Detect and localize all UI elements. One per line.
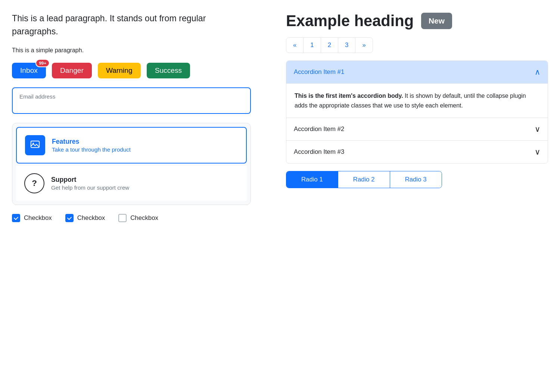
checkbox-item-2[interactable]: Checkbox bbox=[118, 214, 158, 222]
chevron-down-icon: ∨ bbox=[535, 147, 540, 156]
support-icon: ? bbox=[24, 173, 44, 193]
simple-paragraph: This is a simple paragraph. bbox=[12, 47, 274, 54]
left-column: This is a lead paragraph. It stands out … bbox=[12, 9, 274, 228]
right-column: Example heading New «123» Accordion Item… bbox=[286, 9, 548, 228]
list-item-features[interactable]: FeaturesTake a tour through the product bbox=[16, 127, 247, 164]
checkbox-item-1[interactable]: Checkbox bbox=[65, 214, 105, 222]
list-group-card: FeaturesTake a tour through the product?… bbox=[12, 123, 251, 205]
pagination-page-3[interactable]: 3 bbox=[338, 38, 355, 53]
accordion-item-1: Accordion Item #1∧This is the first item… bbox=[286, 61, 548, 118]
main-layout: This is a lead paragraph. It stands out … bbox=[12, 9, 548, 228]
list-item-title-support: Support bbox=[51, 176, 129, 184]
checkbox-label-1: Checkbox bbox=[77, 214, 105, 222]
checkbox-item-0[interactable]: Checkbox bbox=[12, 214, 52, 222]
chevron-up-icon: ∧ bbox=[535, 68, 540, 77]
accordion-label-3: Accordion Item #3 bbox=[294, 148, 344, 156]
radio-btn-1[interactable]: Radio 1 bbox=[286, 171, 338, 188]
pagination: «123» bbox=[286, 37, 373, 53]
new-badge: New bbox=[421, 13, 452, 29]
email-input[interactable] bbox=[19, 101, 243, 108]
radio-btn-3[interactable]: Radio 3 bbox=[390, 171, 442, 188]
accordion-header-2[interactable]: Accordion Item #2∨ bbox=[286, 118, 548, 140]
pagination-next[interactable]: » bbox=[355, 38, 372, 53]
list-item-title-features: Features bbox=[52, 138, 131, 146]
checkbox-label-0: Checkbox bbox=[24, 214, 52, 222]
lead-paragraph: This is a lead paragraph. It stands out … bbox=[12, 12, 221, 38]
page-title: Example heading bbox=[286, 12, 414, 30]
pagination-page-1[interactable]: 1 bbox=[304, 38, 321, 53]
checkbox-box-0 bbox=[12, 214, 20, 222]
accordion: Accordion Item #1∧This is the first item… bbox=[286, 60, 548, 164]
accordion-header-1[interactable]: Accordion Item #1∧ bbox=[286, 61, 548, 83]
list-item-text-support: SupportGet help from our support crew bbox=[51, 176, 129, 191]
chevron-down-icon: ∨ bbox=[535, 125, 540, 134]
accordion-body-1: This is the first item's accordion body.… bbox=[286, 83, 548, 118]
email-label: Email address bbox=[19, 93, 243, 100]
radio-group: Radio 1Radio 2Radio 3 bbox=[286, 171, 442, 188]
accordion-header-3[interactable]: Accordion Item #3∨ bbox=[286, 141, 548, 163]
features-icon bbox=[25, 135, 45, 155]
checkboxes-row: Checkbox CheckboxCheckbox bbox=[12, 214, 274, 228]
list-item-support[interactable]: ?SupportGet help from our support crew bbox=[16, 166, 247, 201]
heading-row: Example heading New bbox=[286, 12, 548, 30]
list-item-sub-features: Take a tour through the product bbox=[52, 146, 131, 153]
list-item-text-features: FeaturesTake a tour through the product bbox=[52, 138, 131, 153]
svg-rect-0 bbox=[31, 141, 40, 147]
radio-btn-2[interactable]: Radio 2 bbox=[338, 171, 390, 188]
accordion-item-3: Accordion Item #3∨ bbox=[286, 141, 548, 163]
accordion-label-1: Accordion Item #1 bbox=[294, 68, 344, 76]
badge-btn-inbox[interactable]: Inbox99+ bbox=[12, 63, 46, 78]
accordion-item-2: Accordion Item #2∨ bbox=[286, 118, 548, 141]
badge-btn-danger[interactable]: Danger bbox=[52, 63, 92, 78]
list-item-sub-support: Get help from our support crew bbox=[51, 184, 129, 191]
pagination-prev[interactable]: « bbox=[286, 38, 304, 53]
badge-btn-warning[interactable]: Warning bbox=[98, 63, 141, 78]
accordion-label-2: Accordion Item #2 bbox=[294, 125, 344, 133]
checkbox-label-2: Checkbox bbox=[130, 214, 158, 222]
badge-btn-success[interactable]: Success bbox=[147, 63, 190, 78]
badge-notification: 99+ bbox=[35, 59, 50, 67]
svg-point-1 bbox=[32, 143, 34, 144]
pagination-page-2[interactable]: 2 bbox=[321, 38, 338, 53]
checkbox-box-2 bbox=[118, 214, 127, 222]
badges-row: Inbox99+DangerWarningSuccess bbox=[12, 63, 274, 78]
email-input-wrapper: Email address bbox=[12, 87, 251, 114]
checkbox-box-1 bbox=[65, 214, 74, 222]
